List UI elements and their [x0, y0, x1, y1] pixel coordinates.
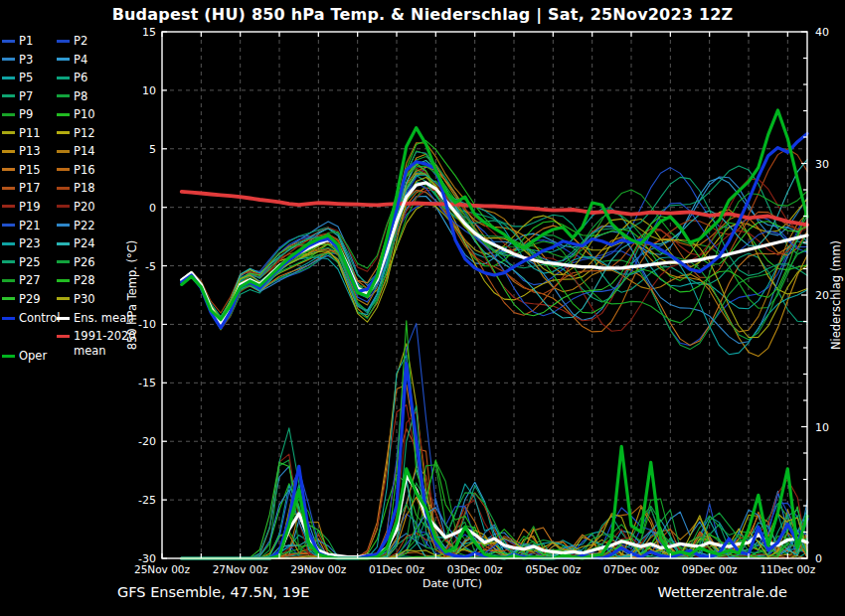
gridlines [162, 32, 807, 558]
y-right-tick-label: 30 [815, 158, 829, 171]
member-temp-P24 [182, 160, 807, 320]
y-right-tick-label: 10 [815, 421, 829, 434]
member-temp-P28 [182, 141, 807, 330]
footer-model-info: GFS Ensemble, 47.5N, 19E [117, 584, 309, 600]
y-right-tick-label: 0 [815, 552, 822, 565]
x-tick-label: 03Dec 00z [447, 563, 503, 575]
wetterzentrale-meteogram: Budapest (HU) 850 hPa Temp. & Niederschl… [0, 0, 845, 616]
y-left-tick-label: -20 [138, 435, 156, 448]
y-left-tick-label: 0 [149, 202, 156, 215]
y-right-tick-label: 40 [815, 26, 829, 39]
y-right-tick-label: 20 [815, 289, 829, 302]
x-tick-label: 27Nov 00z [213, 563, 269, 575]
y-left-tick-label: -25 [138, 494, 156, 507]
member-temp-P1 [182, 168, 807, 318]
meteogram-chart: 25Nov 00z27Nov 00z29Nov 00z01Dec 00z03De… [0, 0, 845, 616]
member-precip-P23 [182, 355, 807, 558]
y-left-tick-label: -5 [145, 260, 156, 273]
series-control-temp [182, 134, 807, 329]
axis-frame [162, 32, 807, 558]
footer-site-credit: Wetterzentrale.de [657, 584, 787, 600]
x-tick-label: 01Dec 00z [369, 563, 424, 575]
y-left-tick-label: 15 [142, 26, 156, 39]
x-tick-label: 29Nov 00z [290, 563, 347, 575]
ensemble-precip-lines [182, 321, 807, 558]
x-tick-label: 09Dec 00z [682, 563, 738, 575]
x-tick-label: 11Dec 00z [760, 563, 815, 575]
y-right-ticks: 403020100 [801, 26, 829, 565]
y-left-tick-label: -10 [138, 318, 156, 331]
x-tick-label: 07Dec 00z [603, 563, 659, 575]
y-left-tick-label: 5 [149, 143, 156, 156]
y-left-tick-label: -15 [138, 377, 156, 389]
x-tick-label: 05Dec 00z [525, 563, 581, 575]
y-left-tick-label: -30 [138, 552, 156, 565]
y-left-tick-label: 10 [142, 84, 156, 97]
